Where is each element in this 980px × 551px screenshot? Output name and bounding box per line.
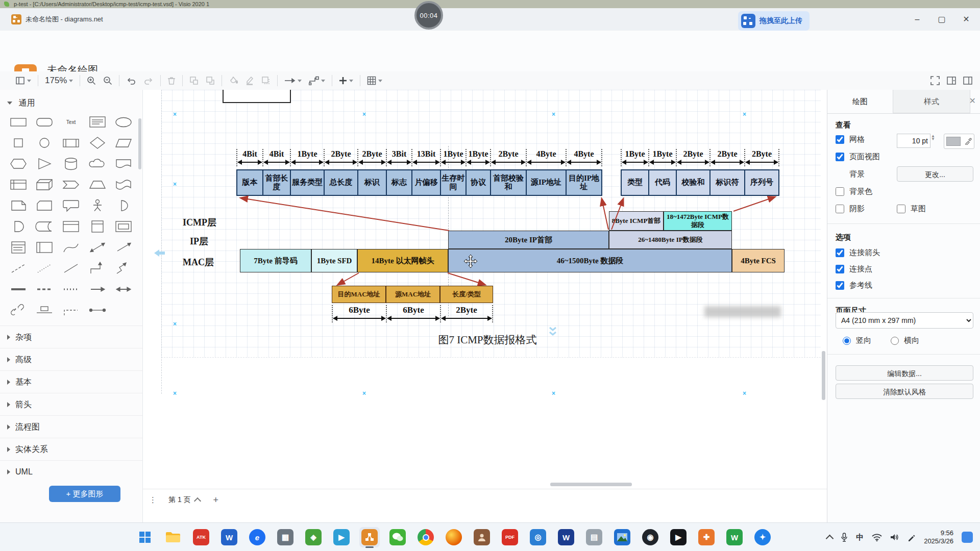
- ime-indicator[interactable]: 中: [856, 533, 864, 542]
- shape-card[interactable]: [32, 197, 58, 214]
- shadow-button[interactable]: [258, 73, 274, 88]
- shape-step[interactable]: [58, 176, 84, 193]
- minimize-button[interactable]: –: [905, 12, 929, 27]
- taskbar-word[interactable]: W: [219, 527, 239, 547]
- shape-process[interactable]: [58, 134, 84, 152]
- notification-center-icon[interactable]: [962, 532, 973, 543]
- shape-line[interactable]: [58, 260, 84, 277]
- taskbar-clock[interactable]: 9:56 2025/3/26: [924, 529, 953, 545]
- shape-textbox[interactable]: [84, 113, 111, 131]
- drag-upload-target[interactable]: 拖拽至此上传: [738, 11, 810, 31]
- sidebar-scrollbar[interactable]: [138, 118, 141, 169]
- sidebar-item-er[interactable]: 实体关系: [0, 438, 142, 460]
- shape-triangle[interactable]: [32, 155, 58, 172]
- undo-button[interactable]: [122, 73, 140, 88]
- grid-size-spinner[interactable]: ▲▼: [931, 135, 935, 141]
- tab-diagram[interactable]: 绘图: [827, 90, 893, 113]
- taskbar-edge-browser[interactable]: e: [247, 527, 267, 547]
- shape-frame[interactable]: [110, 218, 137, 235]
- sidebar-item-arrows[interactable]: 箭头: [0, 393, 142, 415]
- zoom-in-button[interactable]: [83, 73, 100, 88]
- shape-dotted-line[interactable]: [32, 260, 58, 277]
- format-panel-button[interactable]: [960, 73, 976, 88]
- shape-elbow-connector[interactable]: [84, 260, 111, 277]
- collapse-panel-button[interactable]: [943, 73, 960, 88]
- close-button[interactable]: ✕: [954, 12, 978, 27]
- taskbar-media-player[interactable]: ▶: [331, 527, 352, 547]
- taskbar-firefox[interactable]: [444, 527, 464, 547]
- tab-style[interactable]: 样式: [893, 90, 970, 113]
- shape-dashed-elbow[interactable]: [58, 302, 84, 319]
- shape-and[interactable]: [5, 218, 32, 235]
- shape-dot-end-line[interactable]: [84, 302, 111, 319]
- taskbar-grey-app[interactable]: ▤: [584, 527, 604, 547]
- pages-menu-button[interactable]: ⋮: [149, 495, 157, 505]
- more-shapes-button[interactable]: + 更多图形: [49, 486, 120, 502]
- taskbar-green-app[interactable]: ◈: [303, 527, 324, 547]
- taskbar-orange-tool[interactable]: ✚: [696, 527, 717, 547]
- grid-checkbox[interactable]: [836, 135, 844, 144]
- landscape-radio[interactable]: [891, 337, 899, 345]
- sidebar-item-basic[interactable]: 基本: [0, 370, 142, 393]
- page-view-checkbox[interactable]: [836, 153, 844, 161]
- redo-button[interactable]: [140, 73, 157, 88]
- taskbar-chrome[interactable]: [415, 527, 436, 547]
- to-back-button[interactable]: [202, 73, 218, 88]
- shape-horizontal-arrow[interactable]: [84, 281, 111, 298]
- shape-diamond[interactable]: [84, 134, 111, 152]
- shape-trapezoid[interactable]: [84, 176, 111, 193]
- shape-list[interactable]: [5, 239, 32, 256]
- shape-square[interactable]: [5, 134, 32, 152]
- shape-link[interactable]: [5, 302, 32, 319]
- shape-thick-line[interactable]: [5, 281, 32, 298]
- horizontal-scrollbar[interactable]: [550, 483, 632, 486]
- shape-vertical-container[interactable]: [84, 218, 111, 235]
- taskbar-drawio-active[interactable]: [359, 527, 380, 547]
- shape-curve[interactable]: [58, 239, 84, 256]
- taskbar-wechat[interactable]: [387, 527, 408, 547]
- page-size-select[interactable]: A4 (210 mm x 297 mm): [836, 312, 973, 329]
- empty-rectangle-shape[interactable]: [223, 90, 291, 103]
- shape-arrow[interactable]: [110, 239, 137, 256]
- shape-data-storage[interactable]: [32, 218, 58, 235]
- shape-note[interactable]: [5, 197, 32, 214]
- shape-circle[interactable]: [32, 134, 58, 152]
- shape-label-line[interactable]: [32, 302, 58, 319]
- sidebar-item-advanced[interactable]: 高级: [0, 348, 142, 370]
- shape-container[interactable]: [58, 218, 84, 235]
- tab-page-1[interactable]: 第 1 页: [168, 495, 200, 505]
- shape-callout[interactable]: [58, 197, 84, 214]
- fill-color-button[interactable]: [225, 73, 241, 88]
- add-page-button[interactable]: +: [213, 495, 219, 506]
- taskbar-obs[interactable]: ◉: [640, 527, 660, 547]
- taskbar-qq-app[interactable]: ◎: [528, 527, 548, 547]
- drawing-canvas[interactable]: × × × × × × × × × ×: [143, 90, 827, 489]
- portrait-radio[interactable]: [843, 337, 851, 345]
- taskbar-photos[interactable]: [612, 527, 632, 547]
- clear-default-style-button[interactable]: 清除默认风格: [836, 384, 973, 399]
- edit-data-button[interactable]: 编辑数据...: [836, 365, 973, 381]
- taskbar-pdf-reader[interactable]: PDF: [500, 527, 520, 547]
- grid-color-button[interactable]: [944, 134, 974, 149]
- taskbar-word-dark[interactable]: W: [556, 527, 576, 547]
- shape-rectangle[interactable]: [5, 113, 32, 131]
- sidebar-item-flowchart[interactable]: 流程图: [0, 415, 142, 438]
- shape-cloud[interactable]: [84, 155, 111, 172]
- shape-or[interactable]: [110, 197, 137, 214]
- zoom-out-button[interactable]: [100, 73, 116, 88]
- shape-zigzag-connector[interactable]: [110, 260, 137, 277]
- to-front-button[interactable]: [186, 73, 202, 88]
- insert-button[interactable]: [335, 73, 357, 88]
- guides-checkbox[interactable]: [836, 281, 844, 290]
- connection-arrows-checkbox[interactable]: [836, 248, 844, 257]
- taskbar-video-player[interactable]: ▶: [668, 527, 689, 547]
- shape-parallelogram[interactable]: [110, 134, 137, 152]
- fullscreen-button[interactable]: [927, 73, 943, 88]
- background-color-checkbox[interactable]: [836, 187, 844, 196]
- shape-ellipse[interactable]: [110, 113, 137, 131]
- shape-pool[interactable]: [32, 239, 58, 256]
- shape-rounded-rectangle[interactable]: [32, 113, 58, 131]
- vertical-scrollbar[interactable]: [822, 351, 825, 400]
- shape-internal-storage[interactable]: [5, 176, 32, 193]
- shadow-checkbox[interactable]: [836, 205, 844, 213]
